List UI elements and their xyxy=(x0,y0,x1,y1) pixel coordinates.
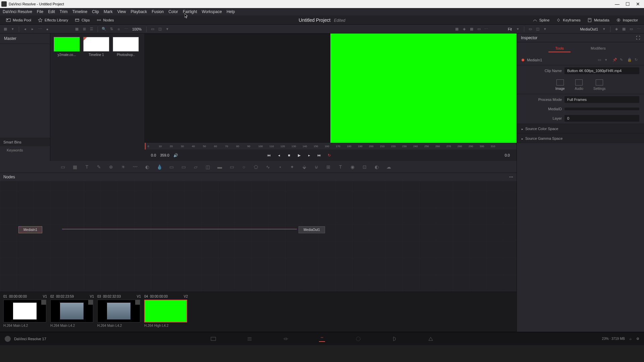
rectangle-icon[interactable]: ▭ xyxy=(229,164,235,170)
time-out[interactable]: 0.0 xyxy=(505,153,510,157)
renderer3d-icon[interactable]: ☁ xyxy=(386,164,392,170)
page-edit[interactable] xyxy=(283,336,289,342)
text3d-icon[interactable]: T xyxy=(337,164,343,170)
overlay-icon[interactable]: ▭ xyxy=(476,26,482,32)
metadata-toggle[interactable]: Metadata xyxy=(584,17,613,23)
clip-item[interactable]: y2mate.co... xyxy=(54,37,80,57)
process-mode-dropdown[interactable]: Full Frames xyxy=(565,96,639,103)
page-color[interactable] xyxy=(355,336,361,342)
clip-item[interactable]: Timeline 1 xyxy=(83,37,109,57)
paint-tool-icon[interactable]: ✎ xyxy=(96,164,102,170)
clips-toggle[interactable]: Clips xyxy=(71,17,93,23)
inspector-toggle[interactable]: Inspector xyxy=(613,17,641,23)
search-icon[interactable]: 🔍 xyxy=(101,26,107,32)
timeline-clip[interactable]: 0200:02:23:59V1 H.264 Main L4.2 xyxy=(50,295,94,329)
page-media[interactable] xyxy=(210,336,216,342)
pin-icon[interactable]: 📌 xyxy=(612,58,617,62)
merge-icon[interactable]: ⊎ xyxy=(313,164,319,170)
media-pool-toggle[interactable]: Media Pool xyxy=(3,17,35,23)
source-color-space-section[interactable]: Source Color Space xyxy=(517,124,644,133)
viewer-source-name[interactable]: MediaOut1 xyxy=(579,27,599,31)
home-icon[interactable]: ⌂ xyxy=(630,337,632,341)
menu-fusion[interactable]: Fusion xyxy=(152,9,164,14)
audio-icon[interactable]: 🔊 xyxy=(173,153,178,158)
expand-icon[interactable]: ⛶ xyxy=(636,36,640,40)
step-fwd-button[interactable]: ▸ xyxy=(307,153,312,158)
menu-edit[interactable]: Edit xyxy=(48,9,55,14)
fastnoise-tool-icon[interactable]: ▦ xyxy=(72,164,78,170)
minimize-button[interactable]: — xyxy=(615,1,620,7)
timeline-clip[interactable]: 0300:02:32:03V1 H.264 Main L4.2 xyxy=(97,295,141,329)
page-fairlight[interactable] xyxy=(391,336,397,342)
clip-name-field[interactable]: Button 4K 60fps_1080pFHR.mp4 xyxy=(565,67,639,74)
menu-workspace[interactable]: Workspace xyxy=(202,9,222,14)
master-bin[interactable]: Master xyxy=(0,34,50,44)
chevron-down-icon[interactable]: ▾ xyxy=(542,26,548,32)
menu-app[interactable]: DaVinci Resolve xyxy=(3,9,32,14)
viewer-1-icon[interactable]: ▭ xyxy=(150,26,155,32)
settings-gear-icon[interactable]: ⚙ xyxy=(636,337,639,341)
grid-large-icon[interactable]: ▦ xyxy=(74,26,79,32)
fit-dropdown[interactable]: Fit xyxy=(506,27,513,31)
close-button[interactable]: ✕ xyxy=(636,1,640,7)
safe-area-icon[interactable]: ◈ xyxy=(462,26,467,32)
keyframes-toggle[interactable]: Keyframes xyxy=(553,17,584,23)
mask-rect-icon[interactable]: ▭ xyxy=(168,164,174,170)
timeline-clip[interactable]: 0400:00:00:00V2 H.264 High L4.2 xyxy=(144,295,188,329)
background-tool-icon[interactable]: ▭ xyxy=(60,164,66,170)
hue-tool-icon[interactable]: 💧 xyxy=(156,164,162,170)
overlay-icon[interactable]: ▭ xyxy=(629,26,634,32)
tab-tools[interactable]: Tools xyxy=(548,45,571,52)
page-deliver[interactable] xyxy=(428,336,434,342)
grid-toggle-icon[interactable]: ▦ xyxy=(454,26,460,32)
play-button[interactable]: ▶ xyxy=(297,153,302,158)
more-icon[interactable]: ⋯ xyxy=(123,26,129,32)
more-icon[interactable]: ⋯ xyxy=(37,26,43,32)
particles-icon[interactable]: ✦ xyxy=(289,164,295,170)
grid-toggle-icon[interactable]: ▦ xyxy=(621,26,627,32)
slider-dot-icon[interactable]: ● xyxy=(45,26,50,32)
brightness-tool-icon[interactable]: ☀ xyxy=(120,164,126,170)
color-picker-icon[interactable]: ◈ xyxy=(614,26,619,32)
time-ruler[interactable]: 0102030405060708090100110120130140150160… xyxy=(144,143,517,149)
mode-settings[interactable]: Settings xyxy=(593,79,605,90)
tab-modifiers[interactable]: Modifiers xyxy=(584,45,612,52)
enable-dot-icon[interactable] xyxy=(522,59,524,61)
loop-button[interactable]: ↻ xyxy=(327,153,332,158)
source-gamma-space-section[interactable]: Source Gamma Space xyxy=(517,133,644,143)
last-frame-button[interactable]: ⏭ xyxy=(317,153,322,158)
maximize-button[interactable]: ☐ xyxy=(626,1,630,7)
menu-clip[interactable]: Clip xyxy=(92,9,99,14)
shape3d-icon[interactable]: ◉ xyxy=(350,164,356,170)
clip-item[interactable]: Photoshop.. xyxy=(113,37,139,57)
viewer-left[interactable] xyxy=(144,34,330,143)
viewer-split-icon[interactable]: ◫ xyxy=(157,26,163,32)
page-cut[interactable] xyxy=(247,336,253,342)
smart-bins-header[interactable]: Smart Bins xyxy=(0,138,50,146)
text-tool-icon[interactable]: T xyxy=(84,164,90,170)
ellipse-icon[interactable]: ○ xyxy=(241,164,247,170)
menu-view[interactable]: View xyxy=(117,9,126,14)
tracker-tool-icon[interactable]: ⊕ xyxy=(108,164,114,170)
node-connection[interactable] xyxy=(62,229,297,229)
step-back-button[interactable]: ◂ xyxy=(277,153,281,158)
mask-bspline-icon[interactable]: ◫ xyxy=(205,164,211,170)
lock-icon[interactable]: 🔒 xyxy=(627,58,632,62)
menu-timeline[interactable]: Timeline xyxy=(72,9,87,14)
reset-icon[interactable]: ↻ xyxy=(635,58,639,62)
versions-icon[interactable]: ▭ xyxy=(598,58,602,62)
menu-color[interactable]: Color xyxy=(168,9,178,14)
chevron-down-icon[interactable]: ▾ xyxy=(605,58,610,62)
chevron-down-icon[interactable]: ▾ xyxy=(165,26,170,32)
zoom-level[interactable]: 100% xyxy=(131,27,143,31)
guides-icon[interactable]: ▦ xyxy=(469,26,474,32)
nav-fwd-icon[interactable]: ▸ xyxy=(30,26,35,32)
node-graph[interactable]: MediaIn1 MediaOut1 xyxy=(0,181,517,292)
grid-small-icon[interactable]: ⊞ xyxy=(82,26,87,32)
nav-back-icon[interactable]: ◂ xyxy=(22,26,28,32)
viewer-right[interactable] xyxy=(330,34,517,143)
nodes-toggle[interactable]: Nodes xyxy=(93,17,117,23)
script-icon[interactable]: ✎ xyxy=(620,58,625,62)
menu-help[interactable]: Help xyxy=(226,9,235,14)
colorcorrector-tool-icon[interactable]: ◐ xyxy=(144,164,150,170)
